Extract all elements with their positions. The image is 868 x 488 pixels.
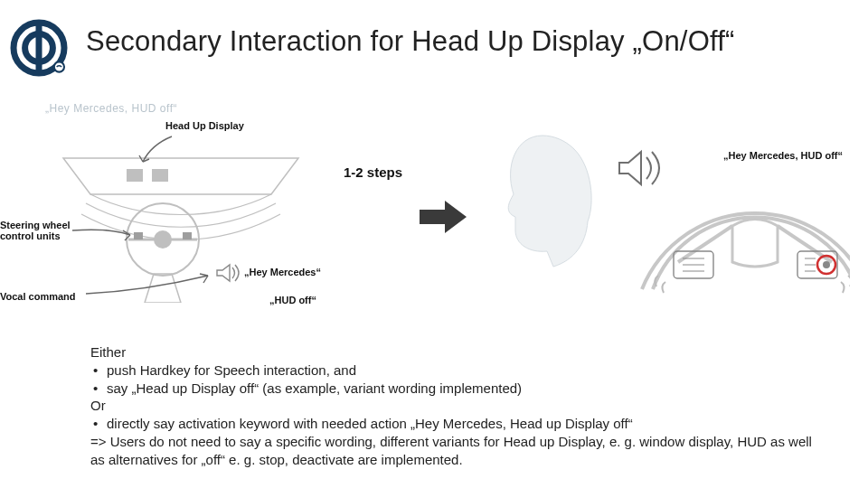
svg-rect-4: [127, 169, 143, 182]
watermark-text: „Hey Mercedes, HUD off“: [45, 102, 177, 115]
body-either: Either: [90, 343, 814, 361]
label-vocal-command: Vocal command: [0, 291, 76, 302]
body-text: Either push Hardkey for Speech interacti…: [90, 343, 814, 469]
logo-icon: [7, 16, 71, 80]
svg-rect-9: [134, 232, 143, 239]
body-or: Or: [90, 397, 814, 415]
label-steps: 1-2 steps: [344, 164, 402, 180]
body-bullet-1: push Hardkey for Speech interaction, and: [90, 361, 814, 380]
label-hey-mercedes: „Hey Mercedes“: [244, 267, 321, 277]
body-conclusion: => Users do not need to say a specific w…: [90, 433, 814, 469]
label-voice-command-full: „Hey Mercedes, HUD off“: [723, 150, 843, 161]
voice-interaction-sketch: [488, 117, 850, 316]
body-bullet-3: directly say activation keyword with nee…: [90, 415, 814, 433]
label-hud-off: „HUD off“: [269, 295, 316, 305]
transition-arrow-icon: [418, 197, 468, 237]
label-hud: Head Up Display: [165, 120, 244, 131]
slide-title: Secondary Interaction for Head Up Displa…: [86, 25, 735, 58]
svg-rect-2: [36, 23, 42, 73]
svg-point-3: [54, 61, 64, 71]
svg-rect-5: [152, 169, 168, 182]
svg-point-20: [823, 261, 830, 268]
svg-rect-10: [183, 232, 192, 239]
label-steering-units: Steering wheel control units: [0, 220, 72, 241]
body-bullet-2: say „Head up Display off“ (as example, v…: [90, 380, 814, 398]
